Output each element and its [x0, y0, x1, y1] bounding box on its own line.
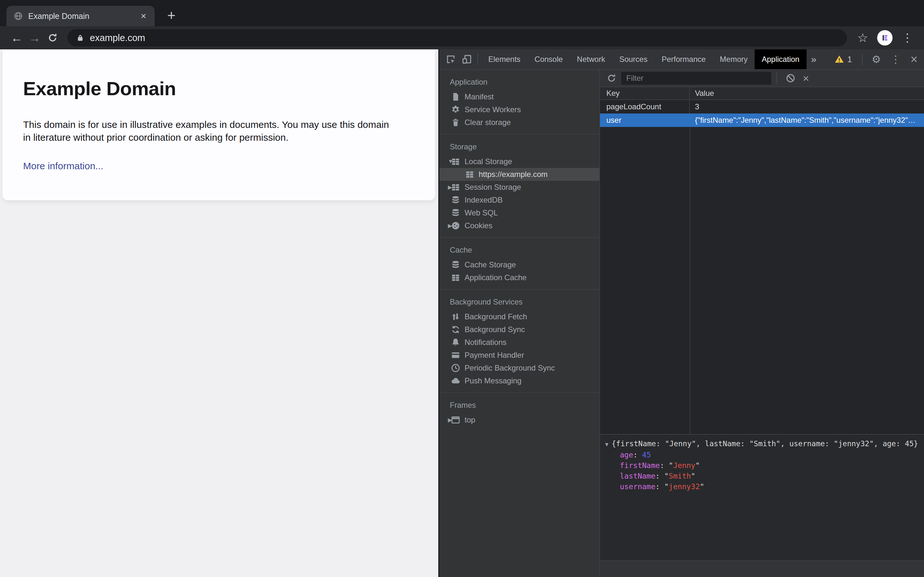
sidebar-item-web-sql[interactable]: Web SQL — [439, 206, 599, 219]
devtools-tab-sources[interactable]: Sources — [612, 49, 654, 69]
frame-icon — [451, 415, 461, 425]
sidebar-section-title: Storage — [439, 137, 599, 155]
sidebar-item-label: Service Workers — [465, 105, 521, 114]
forward-button[interactable]: → — [26, 31, 44, 45]
sidebar-item-application-cache[interactable]: Application Cache — [439, 271, 599, 284]
storage-row-pageloadcount[interactable]: pageLoadCount3 — [600, 100, 924, 113]
trash-icon — [451, 117, 461, 127]
preview-summary-text: {firstName: "Jenny", lastName: "Smith", … — [612, 440, 918, 448]
delete-selected-icon[interactable]: × — [803, 73, 809, 84]
clear-all-icon[interactable] — [785, 73, 796, 83]
storage-table-empty-area[interactable] — [600, 127, 924, 434]
device-toolbar-icon[interactable] — [461, 54, 472, 65]
back-button[interactable]: ← — [8, 31, 26, 45]
devtools-menu-icon[interactable]: ⋮ — [891, 53, 901, 65]
bookmark-star-icon[interactable]: ☆ — [857, 31, 868, 45]
preview-property-lastname[interactable]: lastName: "Smith" — [605, 471, 924, 482]
warning-badge[interactable]: 1 — [835, 55, 852, 64]
sidebar-item-clear-storage[interactable]: Clear storage — [439, 116, 599, 129]
storage-row-key: user — [600, 113, 690, 127]
sidebar-item-label: Local Storage — [465, 157, 512, 166]
devtools-tab-performance[interactable]: Performance — [654, 49, 712, 69]
tab-favicon-globe-icon — [13, 11, 23, 21]
devtools-tab-network[interactable]: Network — [570, 49, 612, 69]
sidebar-item-label: https://example.com — [479, 170, 548, 179]
sidebar-item-label: IndexedDB — [465, 195, 503, 205]
sidebar-item-label: Push Messaging — [465, 376, 521, 385]
sidebar-item-local-storage[interactable]: ▼Local Storage — [439, 155, 599, 168]
card-icon — [451, 350, 461, 360]
sidebar-item-notifications[interactable]: Notifications — [439, 336, 599, 349]
sidebar-item-indexeddb[interactable]: IndexedDB — [439, 193, 599, 206]
tree-expander-icon[interactable]: ▼ — [439, 158, 451, 165]
sidebar-item-label: Payment Handler — [465, 351, 524, 359]
sidebar-item-background-fetch[interactable]: Background Fetch — [439, 310, 599, 323]
sidebar-section-application: ApplicationManifestService WorkersClear … — [439, 70, 599, 135]
tree-expander-icon[interactable]: ▶ — [439, 222, 451, 229]
preview-summary-line[interactable]: ▼{firstName: "Jenny", lastName: "Smith",… — [605, 438, 924, 450]
storage-row-user[interactable]: user{"firstName":"Jenny","lastName":"Smi… — [600, 113, 924, 127]
sidebar-item-label: Periodic Background Sync — [465, 364, 555, 372]
tree-expander-icon[interactable]: ▶ — [439, 417, 451, 424]
sidebar-item-manifest[interactable]: Manifest — [439, 90, 599, 103]
storage-row-value: 3 — [695, 102, 924, 111]
tree-expander-icon[interactable]: ▶ — [439, 184, 451, 191]
storage-row-value: {"firstName":"Jenny","lastName":"Smith",… — [695, 116, 924, 125]
address-bar[interactable]: example.com — [67, 29, 847, 47]
storage-row-key: pageLoadCount — [600, 100, 690, 113]
storage-panel: × Key Value pageLoadCount3user{"firstNam… — [600, 70, 924, 577]
filter-input[interactable] — [621, 72, 771, 85]
sidebar-item-periodic-background-sync[interactable]: Periodic Background Sync — [439, 362, 599, 374]
inspect-element-icon[interactable] — [445, 54, 456, 65]
doc-icon — [451, 92, 461, 102]
sidebar-item-payment-handler[interactable]: Payment Handler — [439, 349, 599, 362]
sidebar-item-cache-storage[interactable]: Cache Storage — [439, 258, 599, 271]
column-header-value[interactable]: Value — [690, 87, 924, 99]
browser-menu-icon[interactable]: ⋮ — [901, 31, 913, 45]
reload-button[interactable] — [44, 32, 61, 43]
sidebar-item-session-storage[interactable]: ▶Session Storage — [439, 181, 599, 193]
column-header-key[interactable]: Key — [600, 87, 690, 99]
sidebar-item-label: Background Sync — [465, 325, 525, 334]
application-sidebar: ApplicationManifestService WorkersClear … — [439, 70, 600, 577]
sidebar-item-service-workers[interactable]: Service Workers — [439, 103, 599, 116]
devtools-tab-console[interactable]: Console — [527, 49, 570, 69]
expand-caret-icon[interactable]: ▼ — [605, 441, 608, 448]
column-divider — [690, 127, 690, 434]
devtools-tab-elements[interactable]: Elements — [481, 49, 527, 69]
browser-tab[interactable]: Example Domain × — [6, 6, 155, 26]
devtools-tab-memory[interactable]: Memory — [713, 49, 755, 69]
more-information-link[interactable]: More information... — [23, 161, 103, 171]
sidebar-item-top[interactable]: ▶top — [439, 414, 599, 426]
sidebar-item-background-sync[interactable]: Background Sync — [439, 323, 599, 336]
refresh-icon[interactable] — [606, 73, 617, 83]
clock-icon — [451, 363, 461, 373]
property-value-string: jenny32 — [669, 482, 700, 491]
sidebar-section-title: Background Services — [439, 292, 599, 310]
sidebar-item-cookies[interactable]: ▶Cookies — [439, 219, 599, 232]
property-name: lastName — [620, 472, 656, 480]
table-icon — [451, 272, 461, 283]
devtools-close-icon[interactable]: × — [911, 53, 918, 66]
preview-property-age[interactable]: age: 45 — [605, 450, 924, 460]
database-icon — [451, 208, 461, 218]
sidebar-item-https-example-com[interactable]: https://example.com — [439, 168, 599, 181]
sidebar-item-push-messaging[interactable]: Push Messaging — [439, 374, 599, 387]
preview-property-firstname[interactable]: firstName: "Jenny" — [605, 460, 924, 471]
settings-gear-icon[interactable]: ⚙ — [872, 53, 881, 65]
preview-property-username[interactable]: username: "jenny32" — [605, 482, 924, 492]
profile-avatar[interactable] — [877, 30, 893, 45]
lock-icon — [76, 33, 85, 42]
sidebar-item-label: Session Storage — [465, 183, 521, 192]
tab-close-icon[interactable]: × — [139, 10, 148, 22]
database-icon — [451, 195, 461, 205]
tab-title: Example Domain — [28, 11, 139, 21]
sidebar-section-title: Application — [439, 72, 599, 90]
bell-icon — [451, 337, 461, 348]
new-tab-button[interactable]: + — [163, 7, 180, 24]
sidebar-item-label: Web SQL — [465, 208, 498, 218]
sidebar-section-background-services: Background ServicesBackground FetchBackg… — [439, 290, 599, 393]
more-panels-icon[interactable]: » — [806, 49, 821, 69]
devtools-tab-application[interactable]: Application — [754, 49, 806, 69]
database-icon — [451, 259, 461, 270]
